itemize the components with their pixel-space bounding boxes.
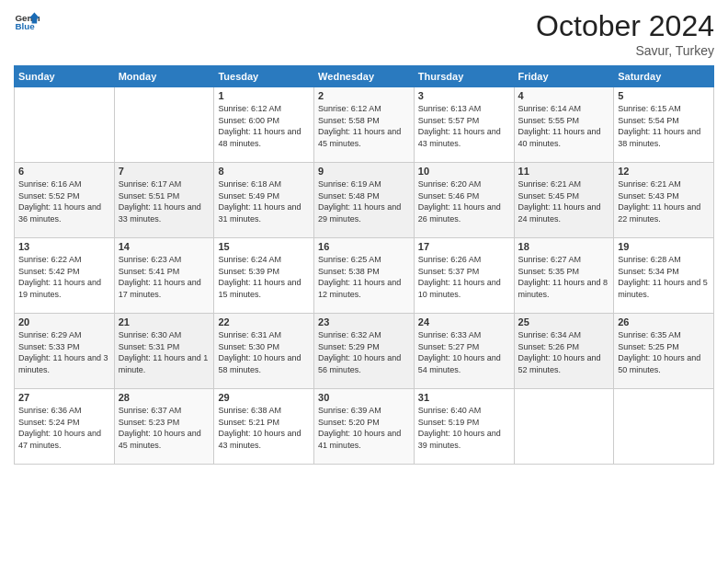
- calendar-cell: 12Sunrise: 6:21 AM Sunset: 5:43 PM Dayli…: [614, 163, 714, 238]
- day-number: 4: [518, 90, 610, 101]
- day-number: 10: [418, 166, 510, 177]
- day-number: 24: [418, 316, 510, 327]
- day-info: Sunrise: 6:39 AM Sunset: 5:20 PM Dayligh…: [318, 405, 410, 451]
- day-number: 23: [318, 316, 410, 327]
- day-info: Sunrise: 6:26 AM Sunset: 5:37 PM Dayligh…: [418, 254, 510, 300]
- weekday-header-thursday: Thursday: [414, 66, 514, 87]
- logo-icon: General Blue: [14, 9, 40, 35]
- month-title: October 2024: [536, 9, 714, 43]
- calendar-cell: [114, 87, 214, 163]
- calendar-cell: [614, 389, 714, 465]
- day-info: Sunrise: 6:18 AM Sunset: 5:49 PM Dayligh…: [218, 178, 310, 224]
- day-info: Sunrise: 6:34 AM Sunset: 5:26 PM Dayligh…: [518, 329, 610, 375]
- day-info: Sunrise: 6:17 AM Sunset: 5:51 PM Dayligh…: [119, 178, 210, 224]
- day-info: Sunrise: 6:13 AM Sunset: 5:57 PM Dayligh…: [418, 103, 510, 149]
- calendar-cell: 1Sunrise: 6:12 AM Sunset: 6:00 PM Daylig…: [214, 87, 314, 163]
- calendar-cell: 4Sunrise: 6:14 AM Sunset: 5:55 PM Daylig…: [514, 87, 614, 163]
- calendar-cell: 19Sunrise: 6:28 AM Sunset: 5:34 PM Dayli…: [614, 238, 714, 314]
- calendar-cell: 26Sunrise: 6:35 AM Sunset: 5:25 PM Dayli…: [614, 314, 714, 389]
- location: Savur, Turkey: [536, 43, 714, 58]
- day-info: Sunrise: 6:31 AM Sunset: 5:30 PM Dayligh…: [218, 329, 310, 375]
- calendar-cell: 2Sunrise: 6:12 AM Sunset: 5:58 PM Daylig…: [314, 87, 415, 163]
- calendar-cell: 16Sunrise: 6:25 AM Sunset: 5:38 PM Dayli…: [314, 238, 415, 314]
- week-row-5: 27Sunrise: 6:36 AM Sunset: 5:24 PM Dayli…: [15, 389, 714, 465]
- day-number: 27: [18, 392, 110, 403]
- day-info: Sunrise: 6:32 AM Sunset: 5:29 PM Dayligh…: [318, 329, 410, 375]
- day-info: Sunrise: 6:21 AM Sunset: 5:45 PM Dayligh…: [518, 178, 610, 224]
- day-info: Sunrise: 6:12 AM Sunset: 5:58 PM Dayligh…: [318, 103, 410, 149]
- week-row-4: 20Sunrise: 6:29 AM Sunset: 5:33 PM Dayli…: [15, 314, 714, 389]
- day-number: 28: [119, 392, 210, 403]
- calendar-cell: 31Sunrise: 6:40 AM Sunset: 5:19 PM Dayli…: [414, 389, 514, 465]
- day-number: 20: [18, 316, 110, 327]
- calendar-cell: 6Sunrise: 6:16 AM Sunset: 5:52 PM Daylig…: [15, 163, 115, 238]
- day-info: Sunrise: 6:25 AM Sunset: 5:38 PM Dayligh…: [318, 254, 410, 300]
- day-info: Sunrise: 6:21 AM Sunset: 5:43 PM Dayligh…: [618, 178, 710, 224]
- calendar-cell: [514, 389, 614, 465]
- day-info: Sunrise: 6:35 AM Sunset: 5:25 PM Dayligh…: [618, 329, 710, 375]
- day-info: Sunrise: 6:16 AM Sunset: 5:52 PM Dayligh…: [18, 178, 110, 224]
- calendar-cell: 9Sunrise: 6:19 AM Sunset: 5:48 PM Daylig…: [314, 163, 415, 238]
- calendar-cell: 25Sunrise: 6:34 AM Sunset: 5:26 PM Dayli…: [514, 314, 614, 389]
- header: General Blue October 2024 Savur, Turkey: [14, 9, 714, 58]
- calendar-cell: 8Sunrise: 6:18 AM Sunset: 5:49 PM Daylig…: [214, 163, 314, 238]
- calendar-cell: 17Sunrise: 6:26 AM Sunset: 5:37 PM Dayli…: [414, 238, 514, 314]
- calendar-cell: 11Sunrise: 6:21 AM Sunset: 5:45 PM Dayli…: [514, 163, 614, 238]
- day-number: 19: [618, 241, 710, 252]
- week-row-2: 6Sunrise: 6:16 AM Sunset: 5:52 PM Daylig…: [15, 163, 714, 238]
- day-number: 30: [318, 392, 410, 403]
- weekday-header-sunday: Sunday: [15, 66, 115, 87]
- calendar-cell: 22Sunrise: 6:31 AM Sunset: 5:30 PM Dayli…: [214, 314, 314, 389]
- calendar-cell: 29Sunrise: 6:38 AM Sunset: 5:21 PM Dayli…: [214, 389, 314, 465]
- weekday-header-wednesday: Wednesday: [314, 66, 415, 87]
- calendar-cell: 21Sunrise: 6:30 AM Sunset: 5:31 PM Dayli…: [114, 314, 214, 389]
- week-row-3: 13Sunrise: 6:22 AM Sunset: 5:42 PM Dayli…: [15, 238, 714, 314]
- day-info: Sunrise: 6:19 AM Sunset: 5:48 PM Dayligh…: [318, 178, 410, 224]
- day-number: 31: [418, 392, 510, 403]
- calendar-cell: 30Sunrise: 6:39 AM Sunset: 5:20 PM Dayli…: [314, 389, 415, 465]
- calendar-cell: 23Sunrise: 6:32 AM Sunset: 5:29 PM Dayli…: [314, 314, 415, 389]
- day-info: Sunrise: 6:29 AM Sunset: 5:33 PM Dayligh…: [18, 329, 110, 375]
- day-info: Sunrise: 6:20 AM Sunset: 5:46 PM Dayligh…: [418, 178, 510, 224]
- calendar-cell: 10Sunrise: 6:20 AM Sunset: 5:46 PM Dayli…: [414, 163, 514, 238]
- day-number: 14: [119, 241, 210, 252]
- day-info: Sunrise: 6:33 AM Sunset: 5:27 PM Dayligh…: [418, 329, 510, 375]
- day-number: 25: [518, 316, 610, 327]
- calendar-cell: 28Sunrise: 6:37 AM Sunset: 5:23 PM Dayli…: [114, 389, 214, 465]
- day-info: Sunrise: 6:37 AM Sunset: 5:23 PM Dayligh…: [119, 405, 210, 451]
- day-number: 11: [518, 166, 610, 177]
- day-info: Sunrise: 6:36 AM Sunset: 5:24 PM Dayligh…: [18, 405, 110, 451]
- day-number: 6: [18, 166, 110, 177]
- calendar-cell: 24Sunrise: 6:33 AM Sunset: 5:27 PM Dayli…: [414, 314, 514, 389]
- weekday-header-tuesday: Tuesday: [214, 66, 314, 87]
- day-number: 8: [218, 166, 310, 177]
- day-number: 22: [218, 316, 310, 327]
- calendar-cell: 14Sunrise: 6:23 AM Sunset: 5:41 PM Dayli…: [114, 238, 214, 314]
- day-number: 3: [418, 90, 510, 101]
- day-info: Sunrise: 6:12 AM Sunset: 6:00 PM Dayligh…: [218, 103, 310, 149]
- day-info: Sunrise: 6:24 AM Sunset: 5:39 PM Dayligh…: [218, 254, 310, 300]
- calendar-cell: 27Sunrise: 6:36 AM Sunset: 5:24 PM Dayli…: [15, 389, 115, 465]
- day-info: Sunrise: 6:30 AM Sunset: 5:31 PM Dayligh…: [119, 329, 210, 375]
- calendar-cell: 18Sunrise: 6:27 AM Sunset: 5:35 PM Dayli…: [514, 238, 614, 314]
- day-info: Sunrise: 6:28 AM Sunset: 5:34 PM Dayligh…: [618, 254, 710, 300]
- calendar-cell: 7Sunrise: 6:17 AM Sunset: 5:51 PM Daylig…: [114, 163, 214, 238]
- day-number: 17: [418, 241, 510, 252]
- day-number: 9: [318, 166, 410, 177]
- weekday-header-monday: Monday: [114, 66, 214, 87]
- day-number: 26: [618, 316, 710, 327]
- day-number: 16: [318, 241, 410, 252]
- day-number: 7: [119, 166, 210, 177]
- day-number: 5: [618, 90, 710, 101]
- day-number: 29: [218, 392, 310, 403]
- calendar-cell: 15Sunrise: 6:24 AM Sunset: 5:39 PM Dayli…: [214, 238, 314, 314]
- day-info: Sunrise: 6:14 AM Sunset: 5:55 PM Dayligh…: [518, 103, 610, 149]
- weekday-header-row: SundayMondayTuesdayWednesdayThursdayFrid…: [15, 66, 714, 87]
- day-number: 2: [318, 90, 410, 101]
- calendar-cell: 3Sunrise: 6:13 AM Sunset: 5:57 PM Daylig…: [414, 87, 514, 163]
- week-row-1: 1Sunrise: 6:12 AM Sunset: 6:00 PM Daylig…: [15, 87, 714, 163]
- weekday-header-friday: Friday: [514, 66, 614, 87]
- calendar-cell: 20Sunrise: 6:29 AM Sunset: 5:33 PM Dayli…: [15, 314, 115, 389]
- logo: General Blue: [14, 9, 40, 35]
- day-number: 13: [18, 241, 110, 252]
